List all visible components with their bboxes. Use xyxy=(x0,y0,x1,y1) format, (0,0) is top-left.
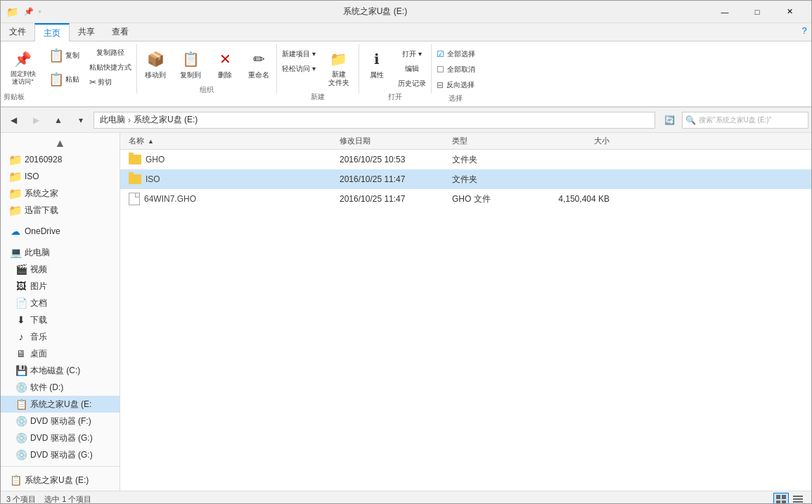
copy-path-label: 复制路径 xyxy=(96,48,124,58)
col-header-size[interactable]: 大小 xyxy=(531,136,615,146)
folder-icon xyxy=(129,174,141,184)
copy-to-icon: 📋 xyxy=(179,48,202,70)
up-button[interactable]: ▲ xyxy=(49,110,68,130)
select-all-icon: ☑ xyxy=(437,49,444,59)
properties-icon: ℹ xyxy=(366,48,388,70)
col-header-date[interactable]: 修改日期 xyxy=(334,136,446,146)
delete-button[interactable]: ✕ 删除 xyxy=(209,44,241,84)
properties-button[interactable]: ℹ 属性 xyxy=(361,44,393,84)
file-date-iso: 2016/10/25 11:47 xyxy=(334,174,446,184)
folder-xunlei-icon: 📁 xyxy=(9,204,22,217)
sidebar-item-xunlei[interactable]: 📁 迅雷下载 xyxy=(1,202,120,219)
tab-file[interactable]: 文件 xyxy=(1,23,34,41)
sidebar-item-onedrive[interactable]: ☁ OneDrive xyxy=(1,223,120,240)
sidebar-item-iso-label: ISO xyxy=(25,172,39,181)
tab-home[interactable]: 主页 xyxy=(34,23,70,41)
col-header-type[interactable]: 类型 xyxy=(446,136,531,146)
grid-view-button[interactable] xyxy=(773,493,789,505)
sidebar-item-usbe[interactable]: 📋 系统之家U盘 (E: xyxy=(1,396,120,413)
separator-1 xyxy=(136,44,137,93)
file-date-win7: 2016/10/25 11:47 xyxy=(334,194,446,204)
file-name-iso: ISO xyxy=(123,174,334,184)
sidebar-item-iso[interactable]: 📁 ISO xyxy=(1,168,120,185)
sidebar-item-localc[interactable]: 💾 本地磁盘 (C:) xyxy=(1,362,120,379)
svg-rect-6 xyxy=(793,501,803,503)
sidebar-item-docs[interactable]: 📄 文档 xyxy=(1,295,120,311)
invert-selection-button[interactable]: ⊟ 反向选择 xyxy=(433,78,479,92)
recent-button[interactable]: ▾ xyxy=(71,110,91,130)
sidebar-item-20160928[interactable]: 📁 20160928 xyxy=(1,151,120,168)
table-row[interactable]: GHO 2016/10/25 10:53 文件夹 xyxy=(120,150,811,169)
title-bar: 📁 📌 ▾ 系统之家U盘 (E:) — □ ✕ xyxy=(1,1,811,23)
select-none-button[interactable]: ☐ 全部取消 xyxy=(433,63,479,77)
tab-share[interactable]: 共享 xyxy=(70,23,103,41)
sidebar-item-usbe2[interactable]: 📋 系统之家U盘 (E:) xyxy=(1,472,120,489)
maximize-button[interactable]: □ xyxy=(741,1,773,23)
file-type-gho: 文件夹 xyxy=(446,154,531,166)
pin-quick-access-button[interactable]: 📌 固定到快速访问" xyxy=(4,44,42,89)
path-current[interactable]: 系统之家U盘 (E:) xyxy=(134,114,198,126)
refresh-button[interactable]: 🔄 xyxy=(659,110,679,130)
copy-button[interactable]: 📋 复制 xyxy=(44,44,84,67)
sidebar-item-dvdf[interactable]: 💿 DVD 驱动器 (F:) xyxy=(1,413,120,429)
new-item-button[interactable]: 新建项目 ▾ xyxy=(278,47,319,61)
close-button[interactable]: ✕ xyxy=(773,1,806,23)
paste-button[interactable]: 📋 粘贴 xyxy=(44,68,84,91)
new-folder-icon: 📁 xyxy=(328,48,350,70)
sidebar-scroll-up[interactable]: ▲ xyxy=(1,136,120,151)
path-thispc[interactable]: 此电脑 xyxy=(100,114,125,126)
list-view-button[interactable] xyxy=(790,493,806,505)
sidebar-item-music[interactable]: ♪ 音乐 xyxy=(1,328,120,345)
sidebar-item-pictures[interactable]: 🖼 图片 xyxy=(1,278,120,295)
downloads-icon: ⬇ xyxy=(15,314,27,326)
quick-access-pin[interactable]: 📌 xyxy=(24,7,34,16)
rename-button[interactable]: ✏ 重命名 xyxy=(243,44,275,84)
properties-label: 属性 xyxy=(370,70,384,80)
sidebar-item-dvdg1[interactable]: 💿 DVD 驱动器 (G:) xyxy=(1,429,120,446)
sidebar-item-thispc[interactable]: 💻 此电脑 xyxy=(1,244,120,261)
search-box[interactable]: 🔍 搜索"系统之家U盘 (E:)" xyxy=(682,112,808,129)
table-row[interactable]: ISO 2016/10/25 11:47 文件夹 xyxy=(120,169,811,189)
view-mode-buttons xyxy=(773,493,806,505)
help-button[interactable]: ? xyxy=(797,23,811,37)
softd-icon: 💿 xyxy=(15,381,27,394)
sidebar-item-dvdg2[interactable]: 💿 DVD 驱动器 (G:) xyxy=(1,446,120,463)
sidebar-item-desktop[interactable]: 🖥 桌面 xyxy=(1,345,120,362)
window-controls: — □ ✕ xyxy=(709,1,806,23)
dvdf-icon: 💿 xyxy=(15,415,27,427)
rename-label: 重命名 xyxy=(248,70,269,80)
sidebar-item-syzj[interactable]: 📁 系统之家 xyxy=(1,185,120,202)
move-to-button[interactable]: 📦 移动到 xyxy=(138,44,172,84)
col-header-name[interactable]: 名称 ▲ xyxy=(123,136,334,146)
invert-label: 反向选择 xyxy=(446,80,475,90)
move-label: 移动到 xyxy=(145,70,166,80)
open-group-label: 打开 xyxy=(388,92,402,102)
folder-iso-icon: 📁 xyxy=(9,170,22,183)
tab-view[interactable]: 查看 xyxy=(103,23,137,41)
file-area: 名称 ▲ 修改日期 类型 大小 GHO 2016/10/25 10:53 文件夹 xyxy=(120,133,811,491)
scissors-icon: ✂ xyxy=(89,77,96,87)
open-button[interactable]: 打开 ▾ xyxy=(394,47,430,61)
minimize-button[interactable]: — xyxy=(709,1,741,23)
back-button[interactable]: ◀ xyxy=(4,110,23,130)
paste-shortcut-button[interactable]: 粘贴快捷方式 xyxy=(86,60,135,75)
history-button[interactable]: 历史记录 xyxy=(394,77,430,91)
forward-button[interactable]: ▶ xyxy=(26,110,46,130)
copy-path-button[interactable]: 复制路径 xyxy=(86,46,135,60)
dvdg1-icon: 💿 xyxy=(15,432,27,444)
sidebar-item-softd[interactable]: 💿 软件 (D:) xyxy=(1,379,120,396)
cut-button[interactable]: ✂ 剪切 xyxy=(86,75,135,89)
edit-button[interactable]: 编辑 xyxy=(394,62,430,76)
address-path[interactable]: 此电脑 › 系统之家U盘 (E:) xyxy=(94,112,655,129)
new-folder-button[interactable]: 📁 新建文件夹 xyxy=(321,44,357,91)
select-all-button[interactable]: ☑ 全部选择 xyxy=(433,47,479,61)
separator-2 xyxy=(276,44,277,93)
sidebar-item-dvdf-label: DVD 驱动器 (F:) xyxy=(30,415,91,427)
easy-access-button[interactable]: 轻松访问 ▾ xyxy=(278,62,319,76)
table-row[interactable]: 64WIN7.GHO 2016/10/25 11:47 GHO 文件 4,150… xyxy=(120,189,811,209)
sidebar-item-downloads[interactable]: ⬇ 下载 xyxy=(1,311,120,328)
sidebar-item-video[interactable]: 🎬 视频 xyxy=(1,261,120,278)
copy-to-button[interactable]: 📋 复制到 xyxy=(174,44,207,84)
title-bar-quick-access: 📁 📌 ▾ xyxy=(6,6,41,18)
history-label: 历史记录 xyxy=(398,79,426,89)
